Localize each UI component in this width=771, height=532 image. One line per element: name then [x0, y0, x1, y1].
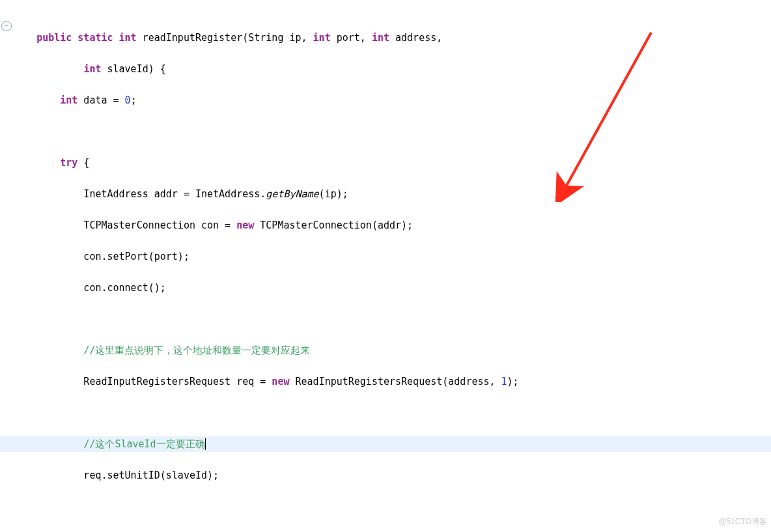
keyword: public	[36, 32, 72, 44]
code-line: con.setPort(port);	[13, 249, 771, 264]
keyword: int	[119, 32, 137, 44]
keyword: int	[372, 32, 389, 44]
text-cursor	[205, 438, 206, 450]
comment: //这个SlaveId一定要正确	[83, 438, 204, 450]
code-line: int slaveId) {	[13, 61, 771, 77]
code-line: InetAddress addr = InetAddress.getByName…	[13, 186, 771, 202]
keyword: static	[77, 32, 113, 44]
blank-line	[13, 311, 771, 327]
number-literal: 1	[501, 376, 507, 387]
watermark: @51CTO博客	[718, 514, 767, 529]
code-line: //这里重点说明下，这个地址和数量一定要对应起来	[13, 343, 771, 358]
keyword: int	[60, 94, 77, 106]
code-line: ReadInputRegistersRequest req = new Read…	[13, 374, 771, 389]
comment: //这里重点说明下，这个地址和数量一定要对应起来	[83, 344, 310, 356]
code-line: try {	[13, 155, 771, 171]
keyword: try	[60, 157, 77, 169]
number-literal: 0	[125, 94, 131, 106]
code-line: int data = 0;	[13, 92, 771, 108]
keyword: int	[83, 63, 101, 75]
fold-minus-icon[interactable]: −	[1, 21, 12, 31]
highlighted-line: //这个SlaveId一定要正确	[0, 436, 771, 452]
code-line: con.connect();	[13, 280, 771, 296]
method-call: getByName	[266, 188, 318, 200]
blank-line	[13, 124, 771, 139]
blank-line	[13, 499, 771, 514]
code-line: TCPMasterConnection con = new TCPMasterC…	[13, 217, 771, 233]
code-editor[interactable]: public static int readInputRegister(Stri…	[13, 14, 771, 532]
blank-line	[13, 405, 771, 421]
keyword: new	[236, 219, 254, 231]
code-line: req.setUnitID(slaveId);	[13, 468, 771, 483]
code-line: public static int readInputRegister(Stri…	[13, 30, 771, 46]
keyword: int	[313, 32, 331, 44]
keyword: new	[272, 376, 289, 387]
